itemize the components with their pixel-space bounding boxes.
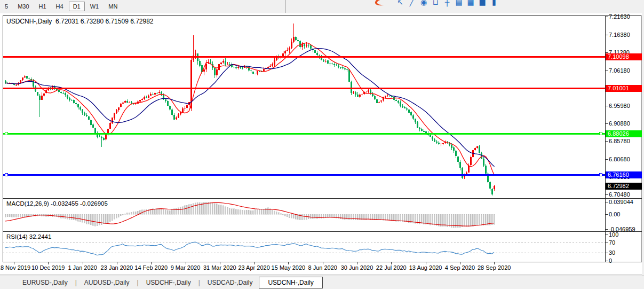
candle <box>237 67 239 68</box>
cursor-icon[interactable]: ↖ <box>396 0 404 7</box>
candle <box>338 66 339 67</box>
tab-audusd[interactable]: AUDUSD-,Daily <box>78 277 136 288</box>
candle <box>380 100 382 101</box>
candle <box>242 67 243 68</box>
chart-window[interactable]: USDCNH-,Daily 6.72031 6.73280 6.71509 6.… <box>0 13 644 276</box>
candle <box>308 45 309 45</box>
candle <box>257 71 258 74</box>
tab-separator: | <box>198 279 200 286</box>
candle <box>323 60 324 61</box>
macd-tick <box>606 214 608 215</box>
macd-tick <box>606 202 608 202</box>
candle <box>43 93 45 96</box>
price-line-label: 6.88026 <box>606 130 642 137</box>
candle <box>109 123 111 129</box>
candle <box>225 61 226 65</box>
candle <box>468 166 470 173</box>
time-tick-label: 28 Sep 2020 <box>478 264 511 271</box>
candle <box>432 137 433 139</box>
chart-window-icon[interactable]: ▤ <box>455 0 463 7</box>
candle <box>77 104 79 108</box>
crosshair-icon[interactable]: ◉ <box>419 0 428 7</box>
line-handle[interactable] <box>5 173 7 176</box>
price-line-label: 6.76160 <box>606 171 642 178</box>
candle <box>489 182 491 189</box>
price-tick <box>606 159 608 160</box>
candle <box>378 102 380 103</box>
candle <box>156 93 158 93</box>
toolbar-icons: ↖╱◉⊔┼▤▦■▮ <box>372 0 498 9</box>
candle <box>316 53 318 55</box>
hline-6.76160[interactable] <box>3 174 605 176</box>
rsi-tick <box>606 235 608 235</box>
candle <box>184 108 186 108</box>
candle <box>214 68 216 75</box>
price-tick <box>606 35 608 35</box>
candle <box>336 65 337 65</box>
candle <box>124 101 126 103</box>
candle <box>141 99 143 100</box>
hline-7.10098[interactable] <box>3 56 605 58</box>
line-handle[interactable] <box>5 132 7 135</box>
time-tick-label: 22 Jul 2020 <box>376 264 407 271</box>
price-tick-label: 6.85780 <box>609 138 630 144</box>
candle <box>90 120 92 125</box>
timeframe-button-w1[interactable]: W1 <box>86 2 104 11</box>
candle <box>250 71 252 71</box>
tab-eurusd[interactable]: EURUSD-,Daily <box>16 277 74 288</box>
candle <box>391 96 393 97</box>
candle <box>167 101 169 105</box>
trendline-icon[interactable]: ╱ <box>408 0 416 7</box>
candle <box>310 45 312 49</box>
candle <box>24 76 26 78</box>
rsi-tick-label: 100 <box>609 231 618 238</box>
hline-7.01001[interactable] <box>3 88 605 89</box>
candle <box>229 64 230 65</box>
line-handle[interactable] <box>599 173 602 176</box>
hline-6.88026[interactable] <box>3 133 605 135</box>
tab-usdcnh[interactable]: USDCNH-,Daily <box>259 277 322 288</box>
line-handle[interactable] <box>599 132 602 135</box>
cross-tool-icon[interactable]: ┼ <box>443 0 451 7</box>
candle <box>15 85 17 85</box>
macd-separator <box>3 198 642 199</box>
candle <box>455 151 457 156</box>
candle <box>404 107 406 108</box>
candle <box>240 67 241 68</box>
candle <box>86 115 88 116</box>
tab-usdchf[interactable]: USDCHF-,Daily <box>140 277 197 288</box>
bar-chart-icon[interactable]: ▮ <box>490 0 498 7</box>
candle <box>430 135 431 137</box>
timeframe-button-d1[interactable]: D1 <box>69 2 85 11</box>
tile-windows-icon[interactable]: ▦ <box>466 0 475 7</box>
candle <box>346 69 348 70</box>
timeframe-toolbar: 5M30H1H4D1W1MN <box>0 0 122 13</box>
rsi-tick <box>606 243 608 243</box>
timeframe-button-h4[interactable]: H4 <box>52 2 68 11</box>
tab-usdcad[interactable]: USDCAD-,Daily <box>201 277 259 288</box>
timeframe-button-5[interactable]: 5 <box>1 2 12 11</box>
candle <box>144 97 145 99</box>
candle <box>122 103 124 104</box>
broker-logo-icon[interactable] <box>372 0 393 7</box>
candle <box>453 147 455 150</box>
magnet-icon[interactable]: ⊔ <box>431 0 440 7</box>
candle <box>376 99 378 103</box>
candle <box>400 102 401 106</box>
candle <box>173 115 175 119</box>
candle <box>287 50 288 51</box>
timeframe-button-mn[interactable]: MN <box>104 2 122 11</box>
candle <box>180 112 181 114</box>
candle <box>69 98 70 100</box>
candle <box>331 64 333 64</box>
chart-left-border <box>3 15 3 262</box>
candle <box>39 96 41 100</box>
indicator-icon[interactable]: ■ <box>478 0 487 7</box>
candle <box>359 95 361 96</box>
rsi-tick-label: 30 <box>609 249 615 256</box>
candle <box>434 139 435 142</box>
price-tick-label: 7.21630 <box>609 13 630 20</box>
candle <box>116 110 117 113</box>
timeframe-button-h1[interactable]: H1 <box>35 2 51 11</box>
timeframe-button-m30[interactable]: M30 <box>13 2 33 11</box>
